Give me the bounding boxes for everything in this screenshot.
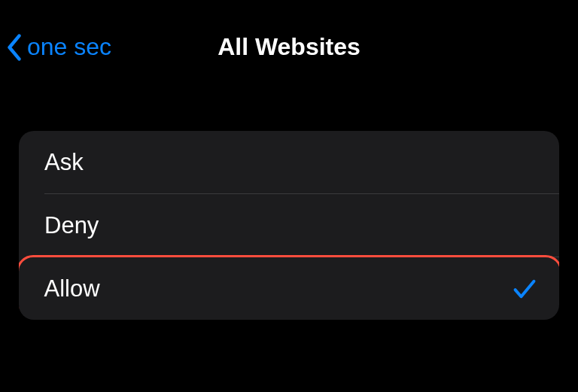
option-label: Ask — [44, 149, 84, 176]
option-allow[interactable]: Allow — [19, 255, 559, 321]
checkmark-icon — [512, 276, 537, 302]
back-button[interactable]: one sec — [6, 33, 111, 61]
nav-header: one sec All Websites — [0, 0, 578, 68]
option-deny[interactable]: Deny — [19, 194, 559, 257]
options-list: Ask Deny Allow — [19, 131, 559, 320]
option-label: Deny — [44, 212, 99, 239]
option-ask[interactable]: Ask — [19, 131, 559, 194]
option-label: Allow — [44, 275, 100, 302]
page-title: All Websites — [218, 33, 360, 61]
back-label: one sec — [27, 33, 111, 61]
chevron-left-icon — [6, 34, 23, 61]
